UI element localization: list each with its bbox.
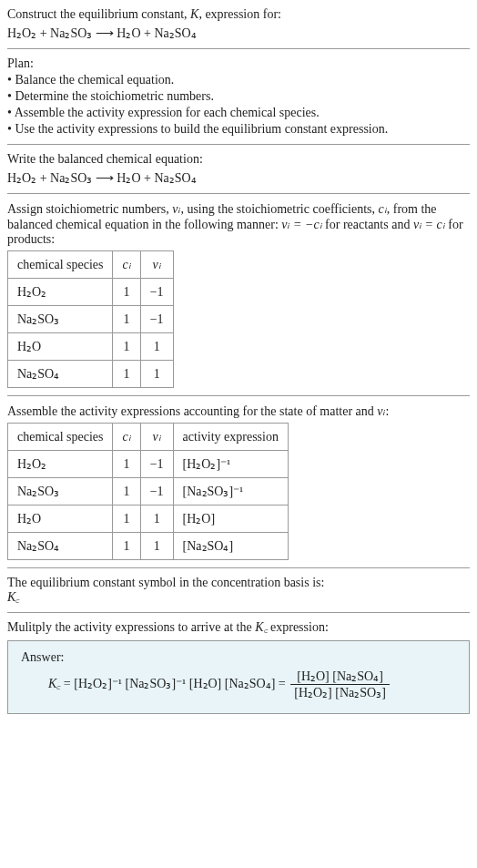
species-cell: Na₂SO₃	[8, 478, 113, 505]
expression-for: , expression for:	[198, 7, 281, 21]
table-row: Na₂SO₃ 1 −1	[8, 306, 174, 333]
ci-cell: 1	[113, 505, 140, 533]
c-i: cᵢ	[379, 202, 387, 216]
activity-section: Assemble the activity expressions accoun…	[7, 403, 470, 560]
table-header: activity expression	[173, 424, 288, 451]
divider	[7, 395, 470, 396]
table-row: H₂O 1 1	[8, 333, 174, 361]
nui-cell: −1	[140, 478, 173, 505]
nui-cell: −1	[140, 279, 173, 306]
species-cell: H₂O₂	[8, 451, 113, 478]
table-row: H₂O₂ 1 −1 [H₂O₂]⁻¹	[8, 451, 289, 478]
activity-cell: [Na₂SO₄]	[173, 533, 288, 560]
table-header: chemical species	[8, 424, 113, 451]
plan-item: • Determine the stoichiometric numbers.	[7, 89, 470, 104]
table-row: Na₂SO₄ 1 1 [Na₂SO₄]	[8, 533, 289, 560]
header-section: Construct the equilibrium constant, K, e…	[7, 7, 470, 41]
multiply-text: Mulitply the activity expressions to arr…	[7, 620, 255, 634]
activity-text: :	[386, 404, 390, 418]
table-header: νᵢ	[140, 251, 173, 279]
plan-item: • Use the activity expressions to build …	[7, 122, 470, 137]
table-header-row: chemical species cᵢ νᵢ	[8, 251, 174, 279]
nui-cell: 1	[140, 533, 173, 560]
divider	[7, 144, 470, 145]
divider	[7, 48, 470, 49]
table-header: cᵢ	[113, 424, 140, 451]
multiply-section: Mulitply the activity expressions to arr…	[7, 620, 470, 714]
activity-text: Assemble the activity expressions accoun…	[7, 404, 377, 418]
answer-box: Answer: K꜀ = [H₂O₂]⁻¹ [Na₂SO₃]⁻¹ [H₂O] […	[7, 640, 470, 714]
assign-section: Assign stoichiometric numbers, νᵢ, using…	[7, 201, 470, 388]
table-header: νᵢ	[140, 424, 173, 451]
species-cell: Na₂SO₄	[8, 533, 113, 560]
kc-symbol: K꜀	[255, 620, 267, 634]
symbol-text: The equilibrium constant symbol in the c…	[7, 576, 470, 590]
answer-expr: [H₂O₂]⁻¹ [Na₂SO₃]⁻¹ [H₂O] [Na₂SO₄] =	[74, 677, 289, 690]
balanced-section: Write the balanced chemical equation: H₂…	[7, 152, 470, 186]
nui-cell: 1	[140, 505, 173, 533]
table-row: Na₂SO₃ 1 −1 [Na₂SO₃]⁻¹	[8, 478, 289, 505]
divider	[7, 567, 470, 568]
activity-cell: [Na₂SO₃]⁻¹	[173, 478, 288, 505]
balanced-title: Write the balanced chemical equation:	[7, 152, 470, 167]
assign-text: , using the stoichiometric coefficients,	[180, 202, 378, 216]
nu-i: νᵢ	[377, 404, 385, 418]
plan-item: • Assemble the activity expression for e…	[7, 106, 470, 120]
ci-cell: 1	[113, 533, 140, 560]
species-cell: H₂O	[8, 505, 113, 533]
assign-text: for reactants and	[322, 218, 413, 231]
stoich-table: chemical species cᵢ νᵢ H₂O₂ 1 −1 Na₂SO₃ …	[7, 250, 174, 388]
nui-cell: −1	[140, 306, 173, 333]
ci-cell: 1	[113, 306, 140, 333]
activity-cell: [H₂O₂]⁻¹	[173, 451, 288, 478]
activity-cell: [H₂O]	[173, 505, 288, 533]
fraction-denominator: [H₂O₂] [Na₂SO₃]	[290, 685, 390, 700]
equals: =	[60, 677, 74, 690]
assign-text: Assign stoichiometric numbers,	[7, 202, 172, 216]
symbol-section: The equilibrium constant symbol in the c…	[7, 576, 470, 605]
plan-section: Plan: • Balance the chemical equation. •…	[7, 56, 470, 137]
kc-symbol: K꜀	[48, 677, 60, 690]
ci-cell: 1	[113, 279, 140, 306]
table-row: H₂O 1 1 [H₂O]	[8, 505, 289, 533]
balanced-equation: H₂O₂ + Na₂SO₃ ⟶ H₂O + Na₂SO₄	[7, 170, 470, 186]
divider	[7, 612, 470, 613]
answer-formula: K꜀ = [H₂O₂]⁻¹ [Na₂SO₃]⁻¹ [H₂O] [Na₂SO₄] …	[48, 669, 456, 700]
fraction: [H₂O] [Na₂SO₄][H₂O₂] [Na₂SO₃]	[290, 669, 390, 700]
multiply-text: expression:	[268, 620, 329, 634]
assign-eq1: νᵢ = −cᵢ	[281, 218, 321, 231]
construct-text: Construct the equilibrium constant,	[7, 7, 190, 21]
activity-table: chemical species cᵢ νᵢ activity expressi…	[7, 423, 289, 560]
nui-cell: 1	[140, 333, 173, 361]
nui-cell: −1	[140, 451, 173, 478]
fraction-numerator: [H₂O] [Na₂SO₄]	[290, 669, 390, 685]
table-header: cᵢ	[113, 251, 140, 279]
species-cell: H₂O₂	[8, 279, 113, 306]
table-header: chemical species	[8, 251, 113, 279]
table-row: Na₂SO₄ 1 1	[8, 361, 174, 388]
ci-cell: 1	[113, 333, 140, 361]
nui-cell: 1	[140, 361, 173, 388]
kc-symbol: K꜀	[7, 590, 470, 605]
ci-cell: 1	[113, 478, 140, 505]
header-equation: H₂O₂ + Na₂SO₃ ⟶ H₂O + Na₂SO₄	[7, 26, 470, 41]
species-cell: Na₂SO₃	[8, 306, 113, 333]
answer-label: Answer:	[21, 650, 456, 665]
table-header-row: chemical species cᵢ νᵢ activity expressi…	[8, 424, 289, 451]
divider	[7, 193, 470, 194]
table-row: H₂O₂ 1 −1	[8, 279, 174, 306]
species-cell: H₂O	[8, 333, 113, 361]
assign-eq2: νᵢ = cᵢ	[413, 218, 445, 231]
plan-title: Plan:	[7, 56, 470, 71]
species-cell: Na₂SO₄	[8, 361, 113, 388]
ci-cell: 1	[113, 361, 140, 388]
k-symbol: K	[190, 7, 198, 21]
ci-cell: 1	[113, 451, 140, 478]
plan-item: • Balance the chemical equation.	[7, 73, 470, 87]
